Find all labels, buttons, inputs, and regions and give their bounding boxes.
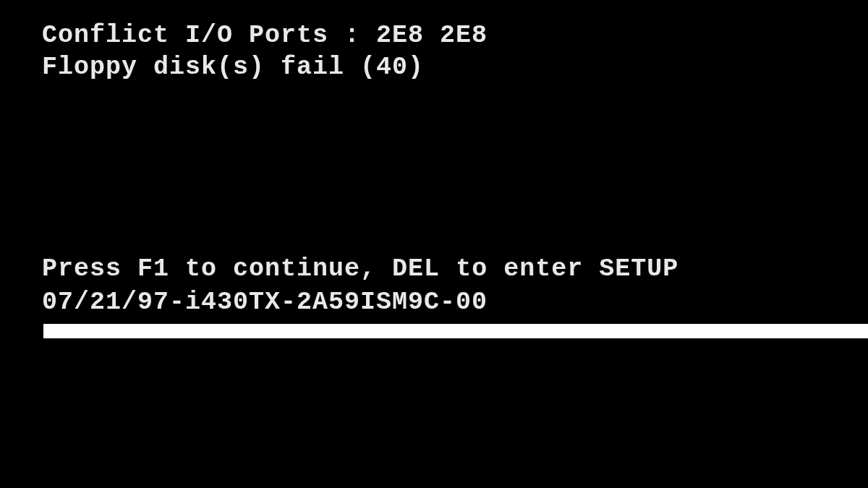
floppy-fail-error-line: Floppy disk(s) fail (40): [42, 52, 868, 84]
f1-key-label: F1: [137, 254, 169, 283]
prompt-text-mid1: to continue,: [169, 254, 392, 283]
del-key-label: DEL: [392, 254, 440, 283]
io-conflict-error-line: Conflict I/O Ports : 2E8 2E8: [42, 20, 868, 52]
memory-test-progress-bar: [43, 324, 868, 338]
boot-prompt-section: Press F1 to continue, DEL to enter SETUP…: [42, 253, 678, 319]
bios-id-string: 07/21/97-i430TX-2A59ISM9C-00: [42, 286, 678, 320]
keypress-prompt[interactable]: Press F1 to continue, DEL to enter SETUP: [42, 253, 678, 286]
bios-post-screen: Conflict I/O Ports : 2E8 2E8 Floppy disk…: [0, 0, 868, 488]
prompt-text-mid2: to enter SETUP: [440, 254, 678, 283]
prompt-text-prefix: Press: [42, 254, 137, 283]
